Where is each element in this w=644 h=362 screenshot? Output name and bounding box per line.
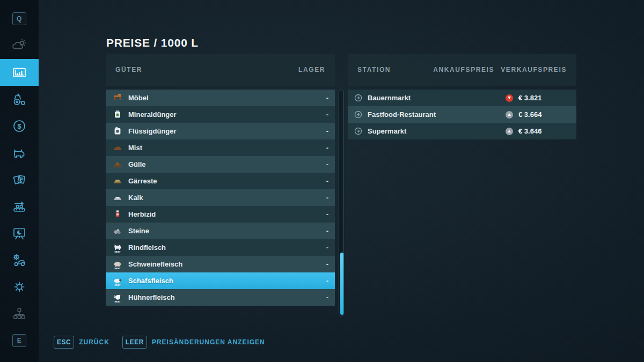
hotkey-q: Q: [0, 5, 39, 32]
footer-hint-label: PREISÄNDERUNGEN ANZEIGEN: [152, 338, 265, 346]
goods-row-label: Schafsfleisch: [128, 277, 326, 285]
goods-row[interactable]: Steine-: [106, 223, 335, 239]
herbicide-icon: [112, 209, 123, 220]
hotkey-e: E: [0, 327, 39, 354]
price-trend-down-icon: [506, 94, 513, 102]
sidebar-item-animals-cow[interactable]: [0, 139, 39, 166]
goods-row[interactable]: Gärreste-: [106, 173, 335, 189]
goods-row-label: Gülle: [128, 160, 326, 168]
goods-row[interactable]: MEATSchweinefleisch-: [106, 256, 335, 272]
goods-row-storage: -: [326, 260, 328, 268]
goods-row[interactable]: Mineraldünger-: [106, 106, 335, 123]
sidebar-item-vehicles-tractor[interactable]: [0, 86, 39, 113]
digestate-icon: [112, 176, 123, 187]
goods-row-storage: -: [326, 277, 328, 285]
goods-row-storage: -: [326, 127, 328, 135]
station-row[interactable]: Bauernmarkt€ 3.821: [348, 90, 576, 106]
settings-gear-icon: [12, 279, 27, 294]
footer-hint-label: ZURÜCK: [79, 338, 109, 346]
liquid-fertilizer-icon: [112, 126, 123, 137]
multiplayer-network-icon: [12, 306, 27, 321]
goods-row-label: Rindfleisch: [128, 243, 326, 252]
sidebar-item-weather[interactable]: [0, 32, 39, 59]
stations-panel-header: STATION ANKAUFSPREIS VERKAUFSPREIS: [348, 54, 576, 86]
goods-row[interactable]: Mist-: [106, 139, 335, 156]
goods-scrollbar-thumb[interactable]: [340, 253, 343, 315]
stations-list: Bauernmarkt€ 3.821Fastfood-Restaurant€ 3…: [348, 90, 576, 139]
stones-icon: [112, 226, 123, 237]
station-name: Supermarkt: [368, 127, 506, 135]
sidebar-item-finances-dollar[interactable]: $: [0, 113, 39, 139]
esc-keycap: ESC: [54, 336, 74, 349]
goods-scrollbar[interactable]: [339, 90, 344, 316]
goods-row-label: Gärreste: [128, 177, 326, 185]
lime-icon: [112, 193, 123, 203]
mutton-meat-icon: MEAT: [112, 276, 123, 286]
footer-hint-esc[interactable]: ESCZURÜCK: [54, 336, 109, 349]
goods-row[interactable]: Flüssigdünger-: [106, 123, 335, 139]
goods-row-storage: -: [326, 243, 328, 252]
station-location-icon: [354, 127, 362, 135]
station-row[interactable]: Supermarkt€ 3.646: [348, 123, 576, 139]
goods-row-storage: -: [326, 160, 328, 168]
goods-row[interactable]: MEATSchafsfleisch-: [106, 272, 335, 289]
price-trend-up-icon: [506, 128, 513, 135]
svg-text:MEAT: MEAT: [114, 250, 121, 253]
station-price: € 3.821: [518, 94, 541, 102]
goods-row-label: Steine: [128, 227, 326, 235]
production-conveyor-icon: [12, 199, 27, 214]
mineral-fertilizer-icon: [112, 109, 123, 120]
goods-row-label: Schweinefleisch: [128, 260, 326, 268]
goods-row[interactable]: Möbel-: [106, 90, 335, 106]
weather-icon: [12, 38, 27, 53]
goods-panel: GÜTER LAGER Möbel-Mineraldünger-Flüssigd…: [106, 54, 335, 306]
storage-column-header: LAGER: [298, 66, 325, 73]
goods-row-storage: -: [326, 177, 328, 185]
station-name: Bauernmarkt: [368, 94, 506, 102]
garage-vehicle-icon: [12, 253, 27, 268]
goods-row-storage: -: [326, 210, 328, 218]
goods-row-label: Möbel: [128, 94, 326, 102]
svg-text:MEAT: MEAT: [114, 284, 121, 286]
prices-chart-icon: [12, 65, 27, 80]
goods-row-storage: -: [326, 194, 328, 202]
goods-row-label: Flüssigdünger: [128, 127, 326, 135]
leer-keycap: LEER: [122, 336, 147, 349]
goods-panel-header: GÜTER LAGER: [106, 54, 335, 86]
goods-row-label: Herbizid: [128, 210, 326, 218]
goods-row[interactable]: Kalk-: [106, 189, 335, 206]
sidebar-item-production-conveyor[interactable]: [0, 193, 39, 220]
sidebar: Q $ E: [0, 0, 39, 362]
price-trend-up-icon: [506, 111, 513, 119]
station-row[interactable]: Fastfood-Restaurant€ 3.664: [348, 106, 576, 123]
sidebar-item-prices-chart[interactable]: [0, 59, 39, 86]
station-location-icon: [354, 94, 362, 102]
goods-row-storage: -: [326, 110, 328, 119]
sidebar-item-statistics-board[interactable]: [0, 220, 39, 247]
goods-row-storage: -: [326, 227, 328, 235]
e-key-label: E: [12, 334, 26, 347]
goods-row[interactable]: MEATRindfleisch-: [106, 239, 335, 256]
sidebar-item-settings-gear[interactable]: [0, 274, 39, 300]
furniture-icon: [112, 93, 123, 104]
station-location-icon: [354, 110, 362, 119]
station-name: Fastfood-Restaurant: [368, 110, 506, 119]
footer-hints: ESCZURÜCKLEERPREISÄNDERUNGEN ANZEIGEN: [54, 335, 265, 350]
footer-hint-leer[interactable]: LEERPREISÄNDERUNGEN ANZEIGEN: [122, 336, 265, 349]
sidebar-item-contracts-cards[interactable]: [0, 166, 39, 193]
contracts-cards-icon: [12, 172, 27, 187]
sidebar-item-multiplayer-network[interactable]: [0, 300, 39, 327]
station-price: € 3.664: [518, 110, 541, 119]
goods-row-label: Hühnerfleisch: [128, 293, 326, 301]
svg-text:MEAT: MEAT: [114, 300, 121, 303]
beef-meat-icon: MEAT: [112, 242, 123, 253]
goods-row[interactable]: Herbizid-: [106, 206, 335, 223]
goods-row[interactable]: Gülle-: [106, 156, 335, 173]
sidebar-item-garage-vehicle[interactable]: [0, 247, 39, 274]
goods-column-header: GÜTER: [115, 66, 142, 73]
goods-row-label: Mist: [128, 144, 326, 152]
buy-price-column-header: ANKAUFSPREIS: [433, 66, 494, 73]
goods-row[interactable]: MEATHühnerfleisch-: [106, 289, 335, 306]
manure-icon: [112, 143, 123, 153]
sell-price-column-header: VERKAUFSPREIS: [501, 66, 567, 73]
